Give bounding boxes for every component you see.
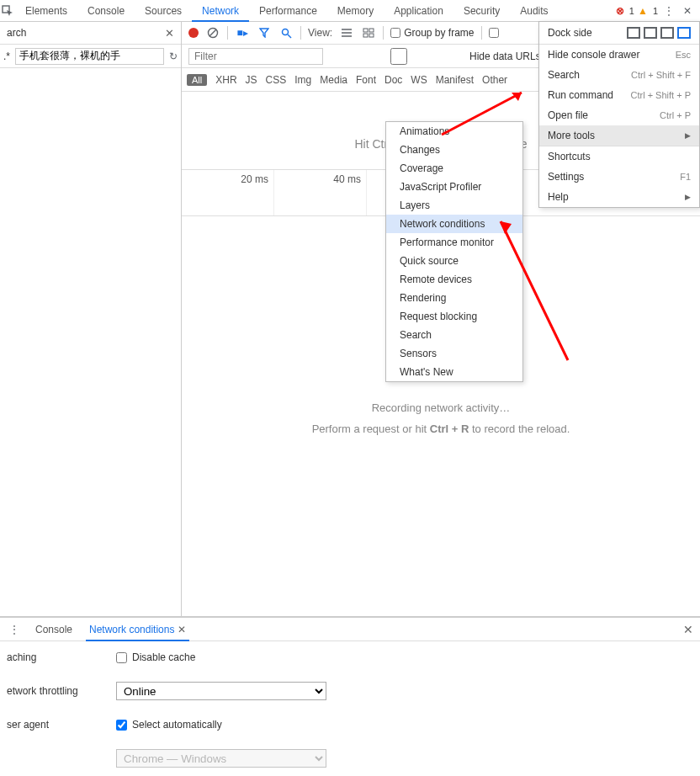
type-doc[interactable]: Doc <box>384 74 402 86</box>
search-label: arch <box>3 27 162 39</box>
filter-icon[interactable] <box>257 25 272 40</box>
type-manifest[interactable]: Manifest <box>436 74 474 86</box>
type-other[interactable]: Other <box>482 74 507 86</box>
search-icon[interactable] <box>278 25 294 40</box>
type-img[interactable]: Img <box>294 74 311 86</box>
tab-network[interactable]: Network <box>192 0 249 22</box>
svg-point-3 <box>282 29 288 35</box>
menu-help[interactable]: Help▶ <box>539 187 699 207</box>
type-xhr[interactable]: XHR <box>215 74 236 86</box>
view-grid-icon[interactable] <box>361 25 376 40</box>
submenu-sensors[interactable]: Sensors <box>386 344 522 363</box>
refresh-icon[interactable]: ↻ <box>169 50 178 62</box>
menu-search[interactable]: SearchCtrl + Shift + F <box>539 65 699 85</box>
submenu-whats-new[interactable]: What's New <box>386 363 522 381</box>
throttling-label: etwork throttling <box>7 685 116 697</box>
console-drawer: ⋮ Console Network conditions✕ ✕ aching D… <box>0 616 700 776</box>
drawer-close-icon[interactable]: ✕ <box>683 623 693 636</box>
svg-line-4 <box>288 35 291 38</box>
close-icon[interactable]: ✕ <box>680 3 695 19</box>
svg-rect-10 <box>363 34 368 37</box>
search-clear-icon[interactable]: ✕ <box>162 27 178 40</box>
type-font[interactable]: Font <box>356 74 376 86</box>
clear-icon[interactable] <box>205 25 220 40</box>
submenu-search[interactable]: Search <box>386 326 522 344</box>
menu-hide-drawer[interactable]: Hide console drawerEsc <box>539 45 699 65</box>
drawer-more-icon[interactable]: ⋮ <box>7 622 22 637</box>
type-all[interactable]: All <box>187 74 207 86</box>
submenu-remote-devices[interactable]: Remote devices <box>386 270 522 289</box>
timeline-tick: 40 ms <box>274 170 367 215</box>
more-icon[interactable]: ⋮ <box>661 3 676 19</box>
tab-audits[interactable]: Audits <box>510 0 558 22</box>
record-icon[interactable] <box>188 28 199 38</box>
submenu-request-blocking[interactable]: Request blocking <box>386 307 522 326</box>
chevron-right-icon: ▶ <box>685 193 691 201</box>
tab-elements[interactable]: Elements <box>15 0 77 22</box>
submenu-animations[interactable]: Animations <box>386 122 522 141</box>
chevron-right-icon: ▶ <box>685 131 691 140</box>
svg-line-2 <box>209 29 216 36</box>
regex-dot: .* <box>3 50 10 62</box>
tab-memory[interactable]: Memory <box>327 0 384 22</box>
recording-text: Recording network activity… <box>182 401 700 414</box>
throttling-select[interactable]: Online <box>116 682 326 700</box>
submenu-quick-source[interactable]: Quick source <box>386 252 522 270</box>
filter-input[interactable] <box>188 48 323 65</box>
preserve-log-checkbox[interactable] <box>489 28 499 38</box>
svg-rect-9 <box>369 29 374 32</box>
recording-hint: Perform a request or hit Ctrl + R to rec… <box>182 423 700 435</box>
view-list-icon[interactable] <box>339 25 354 40</box>
timeline-tick: 20 ms <box>182 170 274 215</box>
warning-count: 1 <box>653 6 658 16</box>
type-js[interactable]: JS <box>246 74 257 86</box>
menu-shortcuts[interactable]: Shortcuts <box>539 146 699 167</box>
search-input[interactable] <box>15 48 164 65</box>
hide-data-urls-checkbox[interactable]: Hide data URLs <box>331 48 541 65</box>
main-menu: Dock side Hide console drawerEsc SearchC… <box>538 21 700 208</box>
error-count: 1 <box>629 6 634 16</box>
error-icon[interactable]: ⊗ <box>616 5 624 17</box>
menu-run-command[interactable]: Run commandCtrl + Shift + P <box>539 85 699 105</box>
dock-right-icon[interactable] <box>677 27 691 39</box>
dock-side-label: Dock side <box>548 27 592 39</box>
submenu-rendering[interactable]: Rendering <box>386 289 522 307</box>
type-ws[interactable]: WS <box>411 74 427 86</box>
tab-security[interactable]: Security <box>453 0 510 22</box>
menu-open-file[interactable]: Open fileCtrl + P <box>539 105 699 125</box>
user-agent-label: ser agent <box>7 719 116 731</box>
submenu-changes[interactable]: Changes <box>386 141 522 159</box>
menu-settings[interactable]: SettingsF1 <box>539 167 699 187</box>
camera-icon[interactable]: ■▸ <box>235 25 250 40</box>
select-auto-checkbox[interactable]: Select automatically <box>116 719 222 731</box>
svg-rect-11 <box>369 34 374 37</box>
tab-application[interactable]: Application <box>384 0 453 22</box>
submenu-layers[interactable]: Layers <box>386 196 522 215</box>
dock-undock-icon[interactable] <box>627 27 640 39</box>
group-by-frame-checkbox[interactable]: Group by frame <box>390 27 474 39</box>
dock-left-icon[interactable] <box>644 27 657 39</box>
submenu-js-profiler[interactable]: JavaScript Profiler <box>386 178 522 196</box>
tab-performance[interactable]: Performance <box>249 0 327 22</box>
svg-rect-8 <box>363 29 368 32</box>
user-agent-select: Chrome — Windows <box>116 749 326 768</box>
close-tab-icon[interactable]: ✕ <box>178 624 186 635</box>
type-media[interactable]: Media <box>320 74 347 86</box>
submenu-network-conditions[interactable]: Network conditions <box>386 215 522 233</box>
warning-icon[interactable]: ▲ <box>638 5 648 17</box>
inspect-icon[interactable] <box>0 3 15 19</box>
menu-more-tools[interactable]: More tools▶ <box>539 125 699 146</box>
drawer-tab-console[interactable]: Console <box>32 618 76 641</box>
more-tools-submenu: Animations Changes Coverage JavaScript P… <box>385 121 523 382</box>
devtools-tabbar: Elements Console Sources Network Perform… <box>0 0 700 22</box>
submenu-performance-monitor[interactable]: Performance monitor <box>386 233 522 252</box>
caching-label: aching <box>7 651 116 663</box>
tab-sources[interactable]: Sources <box>135 0 192 22</box>
dock-bottom-icon[interactable] <box>660 27 674 39</box>
disable-cache-checkbox[interactable]: Disable cache <box>116 651 195 663</box>
submenu-coverage[interactable]: Coverage <box>386 159 522 178</box>
tab-console[interactable]: Console <box>77 0 135 22</box>
type-css[interactable]: CSS <box>266 74 287 86</box>
view-label: View: <box>308 27 332 39</box>
drawer-tab-network-conditions[interactable]: Network conditions✕ <box>86 618 189 641</box>
